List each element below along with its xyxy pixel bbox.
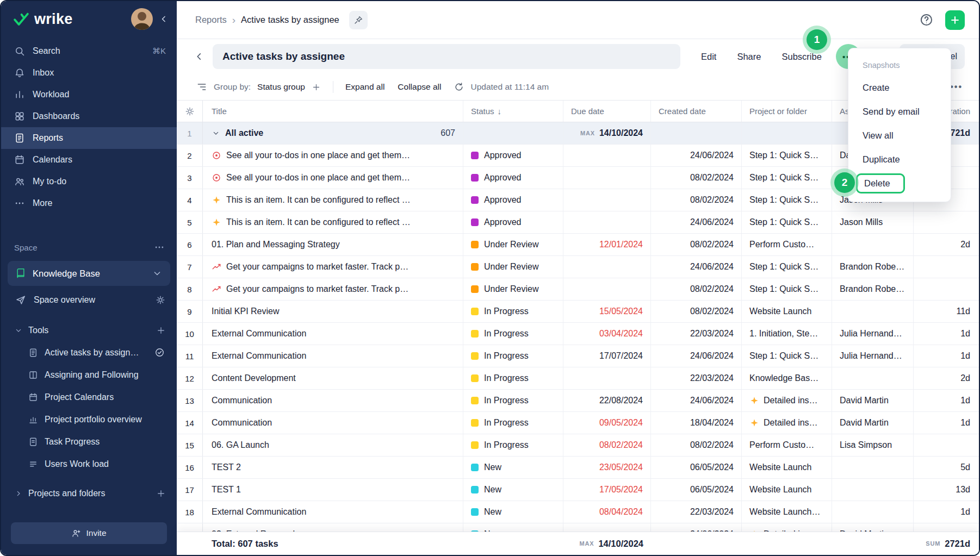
menu-item-view-all[interactable]: View all xyxy=(848,123,951,147)
sidebar-tool-users-work-load[interactable]: Users Work load xyxy=(1,453,177,475)
task-title-cell[interactable]: External Communication xyxy=(203,323,463,345)
project-cell[interactable]: Step 1: Quick S… xyxy=(742,189,832,211)
assignee-cell[interactable] xyxy=(832,479,914,501)
menu-item-send-by-email[interactable]: Send by email xyxy=(848,99,951,123)
status-cell[interactable]: In Progress xyxy=(463,301,563,322)
add-tool-icon[interactable] xyxy=(156,326,166,335)
menu-item-duplicate[interactable]: Duplicate xyxy=(848,147,951,171)
task-title-cell[interactable]: Get your campaigns to market faster. Tra… xyxy=(203,278,463,300)
status-cell[interactable]: In Progress xyxy=(463,434,563,456)
pin-button[interactable] xyxy=(349,11,368,29)
task-title-cell[interactable]: Communication xyxy=(203,412,463,434)
add-grouping-icon[interactable] xyxy=(312,83,321,92)
task-title-cell[interactable]: Get your campaigns to market faster. Tra… xyxy=(203,256,463,278)
projects-section-toggle[interactable]: Projects and folders xyxy=(1,483,177,504)
due-date-cell[interactable] xyxy=(563,145,651,166)
table-row[interactable]: 11External CommunicationIn Progress17/07… xyxy=(177,345,979,367)
task-title-cell[interactable]: This is an item. It can be configured to… xyxy=(203,189,463,211)
sidebar-item-calendars[interactable]: Calendars xyxy=(1,149,177,171)
status-cell[interactable]: In Progress xyxy=(463,367,563,389)
status-cell[interactable]: Approved xyxy=(463,167,563,189)
due-date-cell[interactable] xyxy=(563,256,651,278)
project-cell[interactable]: Perform Custo… xyxy=(742,234,832,255)
status-cell[interactable]: Under Review xyxy=(463,278,563,300)
project-cell[interactable]: 1. Initiation, Ste… xyxy=(742,323,832,345)
tools-section-toggle[interactable]: Tools xyxy=(1,320,177,341)
wrike-logo[interactable]: wrike xyxy=(13,11,126,28)
menu-item-create[interactable]: Create xyxy=(848,76,951,99)
table-row[interactable]: 10External CommunicationIn Progress03/04… xyxy=(177,323,979,345)
table-row[interactable]: 14CommunicationIn Progress09/05/202418/0… xyxy=(177,412,979,434)
sidebar-tool-assigning-and-following[interactable]: Assigning and Following xyxy=(1,364,177,386)
due-date-cell[interactable] xyxy=(563,189,651,211)
status-cell[interactable]: New xyxy=(463,501,563,523)
task-title-cell[interactable]: TEST 2 xyxy=(203,457,463,478)
collapse-all-button[interactable]: Collapse all xyxy=(398,82,441,92)
task-title-cell[interactable]: External Communication xyxy=(203,345,463,367)
sidebar-item-more[interactable]: More xyxy=(1,192,177,214)
due-date-cell[interactable] xyxy=(563,167,651,189)
table-more-icon[interactable]: ••• xyxy=(950,82,963,92)
sidebar-item-workload[interactable]: Workload xyxy=(1,84,177,105)
table-row[interactable]: 18External CommunicationNew08/04/202422/… xyxy=(177,501,979,523)
table-settings-icon[interactable] xyxy=(184,106,195,117)
project-cell[interactable]: Step 1: Quick S… xyxy=(742,345,832,367)
project-cell[interactable]: Step 1: Quick S… xyxy=(742,167,832,189)
due-date-cell[interactable] xyxy=(563,211,651,233)
table-row[interactable]: 16TEST 2New23/05/202406/05/2024Website L… xyxy=(177,457,979,479)
sidebar-item-inbox[interactable]: Inbox xyxy=(1,62,177,84)
sidebar-item-my-to-do[interactable]: My to-do xyxy=(1,171,177,192)
project-cell[interactable]: Step 1: Quick S… xyxy=(742,278,832,300)
due-date-cell[interactable] xyxy=(563,278,651,300)
task-title-cell[interactable]: 01. Plan and Messaging Strategy xyxy=(203,234,463,255)
project-cell[interactable]: Website Launch… xyxy=(742,501,832,523)
table-row[interactable]: 9Initial KPI ReviewIn Progress15/05/2024… xyxy=(177,301,979,323)
create-new-button[interactable] xyxy=(945,10,965,30)
sidebar-tool-active-tasks-by-assign[interactable]: Active tasks by assign… xyxy=(1,341,177,364)
sidebar-item-dashboards[interactable]: Dashboards xyxy=(1,105,177,127)
due-date-cell[interactable]: 17/05/2024 xyxy=(563,479,651,501)
refresh-icon[interactable] xyxy=(454,82,464,92)
status-cell[interactable]: Under Review xyxy=(463,234,563,255)
share-button[interactable]: Share xyxy=(737,52,761,62)
task-title-cell[interactable]: This is an item. It can be configured to… xyxy=(203,211,463,233)
assignee-cell[interactable] xyxy=(832,457,914,478)
add-project-icon[interactable] xyxy=(156,489,166,498)
sidebar-item-search[interactable]: Search ⌘K xyxy=(1,40,177,62)
column-status[interactable]: Status xyxy=(471,107,494,116)
table-row[interactable]: 13CommunicationIn Progress22/08/202424/0… xyxy=(177,390,979,412)
assignee-cell[interactable]: Brandon Robe… xyxy=(832,256,914,278)
expand-all-button[interactable]: Expand all xyxy=(345,82,384,92)
help-button[interactable] xyxy=(917,11,935,29)
table-row[interactable]: 601. Plan and Messaging StrategyUnder Re… xyxy=(177,234,979,256)
task-title-cell[interactable]: See all your to-dos in one place and get… xyxy=(203,167,463,189)
assignee-cell[interactable] xyxy=(832,501,914,523)
sidebar-item-space-overview[interactable]: Space overview xyxy=(1,289,177,311)
due-date-cell[interactable]: 08/02/2024 xyxy=(563,434,651,456)
chevron-down-icon[interactable] xyxy=(152,268,163,279)
collapse-sidebar-icon[interactable] xyxy=(158,14,169,24)
sidebar-item-reports[interactable]: Reports xyxy=(1,127,177,149)
assignee-cell[interactable]: Jason Mills xyxy=(832,211,914,233)
task-title-cell[interactable]: Communication xyxy=(203,390,463,411)
subscribe-button[interactable]: Subscribe xyxy=(781,52,821,62)
task-title-cell[interactable]: See all your to-dos in one place and get… xyxy=(203,145,463,166)
user-avatar[interactable] xyxy=(131,8,153,30)
assignee-cell[interactable]: Brandon Robe… xyxy=(832,278,914,300)
assignee-cell[interactable]: Julia Hernand… xyxy=(832,345,914,367)
collapse-group-icon[interactable] xyxy=(212,129,220,138)
space-settings-icon[interactable] xyxy=(155,295,166,305)
invite-button[interactable]: Invite xyxy=(11,522,167,544)
project-cell[interactable]: Detailed ins… xyxy=(742,412,832,434)
status-cell[interactable]: Approved xyxy=(463,145,563,166)
due-date-cell[interactable]: 17/07/2024 xyxy=(563,345,651,367)
table-row[interactable]: 12Content DevelopmentIn Progress22/03/20… xyxy=(177,367,979,390)
assignee-cell[interactable]: Lisa Simpson xyxy=(832,434,914,456)
due-date-cell[interactable] xyxy=(563,367,651,389)
sidebar-tool-project-calendars[interactable]: Project Calendars xyxy=(1,386,177,408)
back-icon[interactable] xyxy=(193,51,205,63)
status-cell[interactable]: New xyxy=(463,479,563,501)
menu-item-delete[interactable]: Delete xyxy=(848,171,951,195)
project-cell[interactable]: Step 1: Quick S… xyxy=(742,256,832,278)
due-date-cell[interactable]: 08/04/2024 xyxy=(563,501,651,523)
